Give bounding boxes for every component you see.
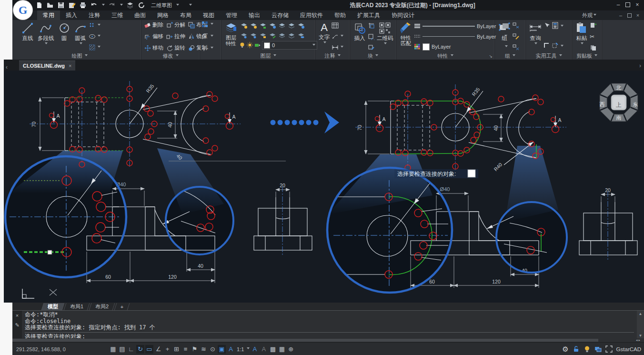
layer-on-icon[interactable] (240, 22, 248, 30)
displays-icon[interactable] (594, 345, 602, 353)
undo-dropdown-icon[interactable] (102, 4, 105, 7)
tool-move[interactable]: 移动 (143, 44, 165, 52)
tool-line[interactable]: 直线 (20, 21, 36, 52)
hardware-acceleration-icon[interactable]: ▣ (218, 345, 226, 354)
tool-id-point[interactable] (543, 42, 551, 51)
color-select[interactable]: ByLayer (414, 42, 508, 51)
new-file-icon[interactable] (35, 1, 43, 9)
object-snap-icon[interactable]: + (163, 345, 171, 354)
qat-customize-icon[interactable] (189, 4, 192, 7)
scroll-left-icon[interactable]: ◂ (636, 338, 638, 342)
drawing-canvas[interactable]: 70 R35 40 40 (4, 71, 644, 303)
panel-label-block[interactable]: 块 (350, 52, 396, 60)
workspace-switch-icon[interactable] (137, 1, 145, 9)
scroll-up-icon[interactable]: ▲ (639, 312, 643, 316)
layout-tab-add[interactable]: + (114, 303, 130, 310)
layer-merge-icon[interactable] (288, 22, 295, 30)
ribbon-tab-output[interactable]: 输出 (243, 10, 266, 20)
layer-sun-icon[interactable] (247, 42, 253, 48)
appearance-menu[interactable]: 外观 (582, 10, 596, 20)
clean-screen-icon[interactable]: ⊕ (287, 345, 295, 354)
tool-quick-select[interactable] (543, 22, 551, 31)
tool-arc[interactable]: 圆弧 (72, 21, 89, 52)
dynamic-input-box[interactable] (468, 170, 475, 177)
viewcube-north[interactable]: 北 (616, 85, 622, 91)
doc-minimize-button[interactable]: – (616, 11, 625, 20)
snap-mode-icon[interactable]: ▤ (118, 345, 126, 354)
layer-lock-icon[interactable] (259, 22, 267, 30)
tool-circle[interactable]: 圆 (56, 21, 72, 52)
layout-tab-layout1[interactable]: 布局1 (64, 303, 90, 310)
viewcube-west[interactable]: 西 (600, 101, 605, 107)
viewcube-east[interactable]: 东 (633, 101, 638, 107)
workspace-dropdown-icon[interactable] (176, 4, 179, 7)
layer-thaw-icon[interactable] (250, 31, 257, 39)
command-scrollbar[interactable]: ▲ ▼ (637, 311, 644, 339)
measure-button[interactable]: 查询 (527, 21, 543, 52)
layer-bulb-icon[interactable] (239, 42, 245, 48)
doc-tab-close-icon[interactable]: × (69, 63, 71, 69)
ribbon-tab-apps[interactable]: 应用软件 (294, 10, 329, 20)
panel-label-properties[interactable]: 特性 (396, 52, 494, 60)
layer-walk-icon[interactable] (297, 22, 305, 30)
annotation-visibility-icon[interactable]: A (251, 345, 259, 354)
properties-dialog-launcher-icon[interactable]: ↘ (489, 54, 493, 59)
viewcube-south[interactable]: 南 (616, 115, 622, 121)
tool-rotate[interactable]: 旋转 (165, 44, 187, 52)
tool-table[interactable] (332, 22, 343, 29)
panel-label-annotation[interactable]: 注释 (315, 52, 350, 60)
ribbon-tab-collaboration[interactable]: 协同设计 (386, 10, 420, 20)
panel-label-group[interactable]: 组 (495, 52, 525, 60)
scroll-down-icon[interactable]: ▼ (639, 334, 643, 338)
layout-tab-layout2[interactable]: 布局2 (89, 303, 115, 310)
ribbon-tab-home[interactable]: 常用 (37, 10, 60, 20)
annotation-scale-value[interactable]: 1:1 (237, 346, 244, 352)
bulb-icon[interactable] (584, 345, 591, 353)
tool-dimension[interactable] (332, 44, 343, 51)
layer-prev-icon[interactable] (278, 31, 286, 39)
tool-calculator[interactable] (552, 22, 559, 31)
command-close-icon[interactable]: × (16, 313, 19, 318)
doc-close-button[interactable]: × (634, 11, 642, 20)
minimize-button[interactable]: – (614, 0, 623, 10)
layer-properties-button[interactable]: 图层特性 (223, 21, 239, 52)
ribbon-tab-manage[interactable]: 管理 (220, 10, 243, 20)
viewcube[interactable]: 北 南 西 东 上 (600, 83, 638, 121)
tool-ellipse[interactable] (89, 33, 101, 40)
qrcode-button[interactable]: 二维码 (375, 21, 395, 52)
quick-properties-icon[interactable]: ▦ (278, 345, 286, 354)
scroll-right-icon[interactable]: ▸ (638, 338, 640, 342)
save-as-icon[interactable] (68, 1, 76, 9)
layer-state-icon[interactable] (288, 31, 295, 39)
settings-gear-icon[interactable]: ⚙ (562, 345, 568, 354)
layer-plot-icon[interactable] (254, 42, 261, 48)
layer-vp-icon[interactable] (297, 31, 305, 39)
tool-stretch[interactable]: 拉伸 (165, 32, 187, 41)
layer-isolate-icon[interactable] (269, 22, 276, 30)
doc-restore-button[interactable] (625, 11, 634, 20)
print-icon[interactable] (79, 1, 87, 9)
linetype-select[interactable]: ByLayer (414, 32, 508, 41)
object-snap-tracking-icon[interactable]: ⊞ (172, 345, 181, 354)
redo-icon[interactable] (108, 1, 116, 9)
doc-tabs-scroll-left-icon[interactable]: ‹ (6, 64, 8, 71)
ribbon-tab-mesh[interactable]: 网格 (151, 10, 174, 20)
text-button[interactable]: A 文字 (317, 21, 332, 52)
ribbon-tab-view[interactable]: 视图 (197, 10, 220, 20)
panel-label-layers[interactable]: 图层 (221, 52, 315, 60)
angle-snap-icon[interactable]: ∠ (154, 345, 162, 354)
layer-select[interactable]: 0 (262, 41, 317, 50)
ui-lock-icon[interactable] (573, 345, 580, 353)
tool-block-edit[interactable] (368, 44, 375, 51)
lineweight-display-icon[interactable]: ≡ (181, 345, 190, 354)
layer-match-icon[interactable] (269, 31, 276, 39)
isolate-objects-icon[interactable]: ▩ (269, 345, 277, 354)
layout-tab-model[interactable]: 模型 (41, 303, 65, 310)
layer-off-icon[interactable] (240, 31, 248, 39)
tool-copy-clip[interactable] (590, 22, 597, 29)
command-history[interactable]: 命令:*取消* 命令:closeline 选择要检查连接的对象: 指定对角点: … (22, 311, 637, 339)
tool-array[interactable] (201, 21, 220, 28)
ribbon-tab-help[interactable]: 帮助 (329, 10, 352, 20)
tool-create-block[interactable] (368, 22, 375, 29)
tool-hatch[interactable] (89, 44, 101, 51)
